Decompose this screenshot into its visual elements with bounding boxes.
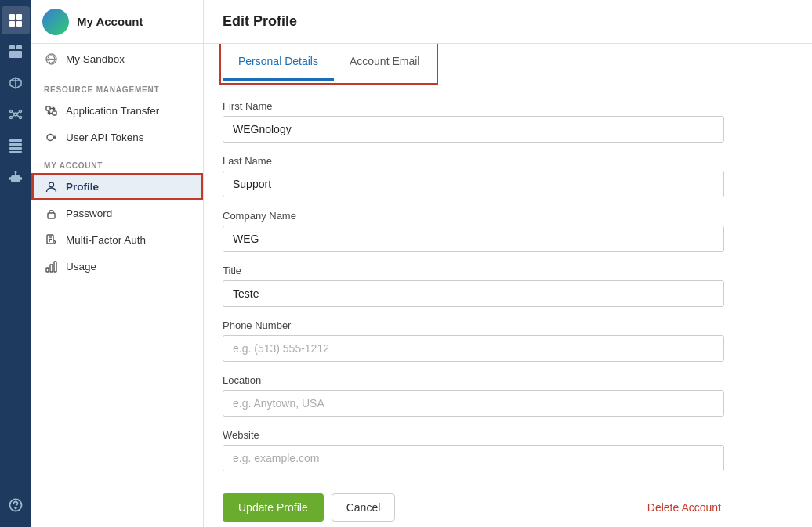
password-icon bbox=[44, 206, 58, 220]
website-input[interactable] bbox=[223, 445, 724, 471]
personal-details-form: First Name Last Name Company Name Title … bbox=[223, 100, 724, 522]
svg-rect-5 bbox=[16, 45, 22, 49]
svg-rect-0 bbox=[9, 14, 15, 20]
sidebar-header: My Account bbox=[31, 0, 203, 44]
sandbox-icon bbox=[44, 52, 58, 66]
svg-rect-46 bbox=[54, 262, 56, 272]
sidebar-item-application-transfer[interactable]: Application Transfer bbox=[31, 97, 203, 124]
tab-personal-details[interactable]: Personal Details bbox=[223, 44, 334, 81]
first-name-input[interactable] bbox=[223, 116, 724, 143]
svg-point-11 bbox=[20, 117, 22, 119]
sidebar: My Account My Sandbox RESOURCE MANAGEMEN… bbox=[31, 0, 204, 527]
token-icon bbox=[44, 130, 58, 144]
svg-point-9 bbox=[20, 110, 22, 113]
svg-point-38 bbox=[49, 182, 53, 187]
application-transfer-label: Application Transfer bbox=[66, 105, 159, 117]
phone-input[interactable] bbox=[223, 335, 724, 362]
cancel-button[interactable]: Cancel bbox=[332, 493, 396, 522]
usage-label: Usage bbox=[66, 261, 96, 273]
password-label: Password bbox=[66, 208, 112, 219]
form-group-first-name: First Name bbox=[223, 100, 724, 143]
svg-line-13 bbox=[17, 112, 19, 114]
title-input[interactable] bbox=[223, 280, 724, 307]
tab-account-email[interactable]: Account Email bbox=[334, 44, 435, 81]
sidebar-app-title: My Account bbox=[77, 15, 143, 28]
svg-rect-22 bbox=[16, 178, 18, 179]
first-name-label: First Name bbox=[223, 100, 724, 112]
svg-rect-45 bbox=[50, 265, 53, 272]
table-icon[interactable] bbox=[2, 132, 30, 160]
svg-rect-26 bbox=[9, 177, 11, 180]
svg-rect-39 bbox=[48, 213, 55, 218]
form-group-last-name: Last Name bbox=[223, 155, 724, 197]
svg-point-10 bbox=[10, 117, 13, 119]
delete-account-button[interactable]: Delete Account bbox=[644, 494, 724, 521]
sidebar-item-usage[interactable]: Usage bbox=[31, 253, 203, 280]
svg-rect-21 bbox=[13, 178, 15, 179]
sidebar-item-user-api-tokens[interactable]: User API Tokens bbox=[31, 124, 203, 150]
svg-rect-18 bbox=[9, 147, 22, 150]
usage-icon bbox=[44, 259, 58, 273]
location-input[interactable] bbox=[223, 390, 724, 417]
last-name-label: Last Name bbox=[223, 155, 724, 167]
cube-icon[interactable] bbox=[2, 69, 30, 97]
sidebar-item-mfa[interactable]: Multi-Factor Auth bbox=[31, 226, 203, 253]
mfa-label: Multi-Factor Auth bbox=[66, 234, 146, 246]
company-name-input[interactable] bbox=[223, 226, 724, 252]
phone-label: Phone Number bbox=[223, 319, 724, 331]
icon-rail bbox=[0, 0, 31, 527]
form-group-company-name: Company Name bbox=[223, 210, 724, 252]
svg-point-34 bbox=[47, 134, 53, 140]
svg-rect-44 bbox=[46, 268, 49, 272]
svg-rect-4 bbox=[9, 45, 15, 49]
location-label: Location bbox=[223, 374, 724, 386]
svg-rect-27 bbox=[20, 177, 22, 180]
form-actions: Update Profile Cancel Delete Account bbox=[223, 484, 724, 522]
last-name-input[interactable] bbox=[223, 171, 724, 197]
company-name-label: Company Name bbox=[223, 210, 724, 222]
svg-rect-20 bbox=[11, 175, 20, 182]
network-icon[interactable] bbox=[2, 100, 30, 128]
svg-point-29 bbox=[15, 507, 16, 509]
robot-icon[interactable] bbox=[2, 163, 30, 191]
form-group-title: Title bbox=[223, 265, 724, 307]
svg-rect-16 bbox=[9, 139, 22, 142]
title-label: Title bbox=[223, 265, 724, 276]
grid-icon[interactable] bbox=[2, 6, 30, 34]
mfa-icon bbox=[44, 233, 58, 247]
dashboard-icon[interactable] bbox=[2, 38, 30, 66]
svg-point-8 bbox=[10, 110, 13, 113]
svg-point-25 bbox=[15, 171, 17, 174]
form-group-phone: Phone Number bbox=[223, 319, 724, 362]
sidebar-item-profile[interactable]: Profile bbox=[31, 173, 203, 200]
svg-rect-6 bbox=[9, 51, 22, 58]
main-content: Edit Profile Personal Details Account Em… bbox=[204, 0, 812, 527]
sidebar-item-password[interactable]: Password bbox=[31, 200, 203, 226]
website-label: Website bbox=[223, 429, 724, 441]
my-account-section-label: MY ACCOUNT bbox=[31, 150, 203, 173]
profile-icon bbox=[44, 179, 58, 193]
form-actions-left: Update Profile Cancel bbox=[223, 493, 395, 522]
profile-tabs: Personal Details Account Email bbox=[223, 44, 435, 81]
main-header: Edit Profile bbox=[204, 0, 812, 44]
form-group-location: Location bbox=[223, 374, 724, 417]
sidebar-item-sandbox[interactable]: My Sandbox bbox=[31, 44, 203, 74]
help-icon[interactable] bbox=[2, 491, 30, 519]
svg-rect-2 bbox=[9, 21, 15, 27]
user-api-tokens-label: User API Tokens bbox=[66, 132, 144, 143]
svg-rect-19 bbox=[9, 151, 22, 153]
update-profile-button[interactable]: Update Profile bbox=[223, 493, 324, 522]
svg-line-15 bbox=[17, 115, 19, 117]
svg-rect-23 bbox=[14, 180, 17, 181]
sandbox-label: My Sandbox bbox=[66, 53, 125, 65]
svg-line-14 bbox=[13, 115, 14, 117]
svg-rect-32 bbox=[46, 106, 50, 110]
svg-point-7 bbox=[14, 113, 17, 116]
main-body: Personal Details Account Email First Nam… bbox=[204, 44, 812, 527]
transfer-icon bbox=[44, 103, 58, 117]
app-logo bbox=[42, 9, 69, 35]
svg-rect-33 bbox=[53, 111, 56, 115]
resource-management-label: RESOURCE MANAGEMENT bbox=[31, 74, 203, 97]
svg-rect-3 bbox=[16, 21, 22, 27]
svg-line-12 bbox=[13, 112, 14, 114]
